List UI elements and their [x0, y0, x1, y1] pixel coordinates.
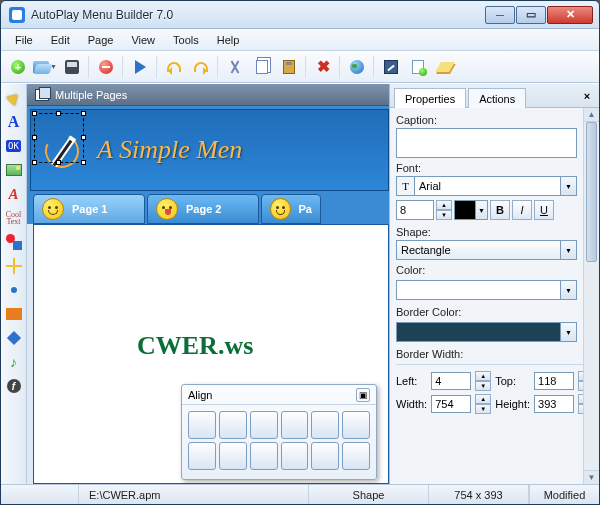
color-swatch[interactable] — [396, 280, 561, 300]
bold-button[interactable]: B — [490, 200, 510, 220]
separator — [373, 56, 375, 78]
button-tool[interactable]: OK — [4, 136, 24, 156]
tab-actions[interactable]: Actions — [468, 88, 526, 108]
selection-handles[interactable] — [34, 113, 84, 163]
underline-button[interactable]: U — [534, 200, 554, 220]
styled-text-tool[interactable]: A — [4, 184, 24, 204]
caption-input[interactable] — [396, 128, 577, 158]
left-label: Left: — [396, 375, 427, 387]
smile-icon — [270, 198, 291, 220]
font-size-spinner[interactable]: ▲▼ — [436, 200, 452, 220]
align-title: Align — [188, 389, 212, 401]
same-height-button[interactable] — [281, 442, 309, 470]
color-dropdown-icon[interactable]: ▼ — [561, 280, 577, 300]
toolbar: + ▼ ✖ — [1, 51, 599, 83]
scroll-thumb[interactable] — [586, 122, 597, 262]
page-tab-2[interactable]: Page 2 — [147, 194, 259, 224]
paste-button[interactable] — [276, 54, 302, 80]
diamond-tool[interactable] — [4, 328, 24, 348]
menu-view[interactable]: View — [123, 32, 163, 48]
copy-button[interactable] — [249, 54, 275, 80]
italic-button[interactable]: I — [512, 200, 532, 220]
align-center-v-button[interactable] — [311, 411, 339, 439]
width-input[interactable] — [431, 395, 471, 413]
width-label: Width: — [396, 398, 427, 410]
font-size-input[interactable] — [396, 200, 434, 220]
maximize-button[interactable]: ▭ — [516, 6, 546, 24]
design-canvas[interactable]: A Simple Men Page 1 Page 2 — [27, 106, 389, 484]
left-input[interactable] — [431, 372, 471, 390]
shape-dropdown-icon[interactable]: ▼ — [561, 240, 577, 260]
delete-button[interactable]: ✖ — [310, 54, 336, 80]
page-tab-3[interactable]: Pa — [261, 194, 321, 224]
redo-button[interactable] — [188, 54, 214, 80]
remove-button[interactable] — [93, 54, 119, 80]
menu-help[interactable]: Help — [209, 32, 248, 48]
add-page-button[interactable] — [405, 54, 431, 80]
page-tab-1[interactable]: Page 1 — [33, 194, 145, 224]
text-tool[interactable]: A — [4, 112, 24, 132]
align-panel[interactable]: Align ▣ — [181, 384, 377, 480]
image-tool[interactable] — [4, 160, 24, 180]
open-button[interactable]: ▼ — [32, 54, 58, 80]
height-input[interactable] — [534, 395, 574, 413]
menu-page[interactable]: Page — [80, 32, 122, 48]
flash-tool[interactable]: f — [4, 376, 24, 396]
move-tool[interactable] — [4, 256, 24, 276]
top-input[interactable] — [534, 372, 574, 390]
center-page-button[interactable] — [342, 442, 370, 470]
align-close-icon[interactable]: ▣ — [356, 388, 370, 402]
pages-header[interactable]: Multiple Pages — [27, 84, 389, 106]
font-select[interactable] — [414, 176, 561, 196]
minimize-button[interactable]: ─ — [485, 6, 515, 24]
font-color-picker[interactable]: ▼ — [454, 200, 488, 220]
menu-file[interactable]: File — [7, 32, 41, 48]
web-button[interactable] — [344, 54, 370, 80]
properties-body: ▲ ▼ Caption: Font: T ▼ — [390, 108, 599, 484]
panel-tool[interactable] — [4, 304, 24, 324]
save-button[interactable] — [59, 54, 85, 80]
distribute-v-button[interactable] — [219, 442, 247, 470]
left-spinner[interactable]: ▲▼ — [475, 371, 491, 391]
pages-header-label: Multiple Pages — [55, 89, 127, 101]
width-spinner[interactable]: ▲▼ — [475, 394, 491, 414]
align-top-button[interactable] — [281, 411, 309, 439]
shape-select[interactable] — [396, 240, 561, 260]
titlebar[interactable]: AutoPlay Menu Builder 7.0 ─ ▭ ✕ — [1, 1, 599, 29]
align-left-button[interactable] — [188, 411, 216, 439]
font-icon: T — [396, 176, 414, 196]
cut-button[interactable] — [222, 54, 248, 80]
menu-tools[interactable]: Tools — [165, 32, 207, 48]
font-dropdown-icon[interactable]: ▼ — [561, 176, 577, 196]
border-color-swatch[interactable] — [396, 322, 561, 342]
shape-tool[interactable] — [4, 232, 24, 252]
pointer-tool[interactable] — [4, 88, 24, 108]
align-right-button[interactable] — [250, 411, 278, 439]
point-tool[interactable] — [4, 280, 24, 300]
align-bottom-button[interactable] — [342, 411, 370, 439]
scroll-down-icon[interactable]: ▼ — [584, 470, 599, 484]
align-center-h-button[interactable] — [219, 411, 247, 439]
same-width-button[interactable] — [250, 442, 278, 470]
border-color-dropdown-icon[interactable]: ▼ — [561, 322, 577, 342]
color-label: Color: — [396, 264, 577, 276]
scrollbar[interactable]: ▲ ▼ — [583, 108, 599, 484]
new-button[interactable]: + — [5, 54, 31, 80]
cool-text-tool[interactable]: CoolText — [4, 208, 24, 228]
sound-tool[interactable]: ♪ — [4, 352, 24, 372]
menu-edit[interactable]: Edit — [43, 32, 78, 48]
undo-button[interactable] — [161, 54, 187, 80]
tab-properties[interactable]: Properties — [394, 88, 466, 108]
layers-button[interactable] — [432, 54, 458, 80]
app-window: AutoPlay Menu Builder 7.0 ─ ▭ ✕ File Edi… — [0, 0, 600, 505]
distribute-h-button[interactable] — [188, 442, 216, 470]
watermark-text: CWER.ws — [137, 331, 253, 361]
settings-button[interactable] — [378, 54, 404, 80]
close-button[interactable]: ✕ — [547, 6, 593, 24]
panel-close-icon[interactable]: × — [579, 88, 595, 104]
top-label: Top: — [495, 375, 530, 387]
preview-button[interactable] — [127, 54, 153, 80]
scroll-up-icon[interactable]: ▲ — [584, 108, 599, 122]
page-tab-label: Page 2 — [186, 203, 221, 215]
same-size-button[interactable] — [311, 442, 339, 470]
